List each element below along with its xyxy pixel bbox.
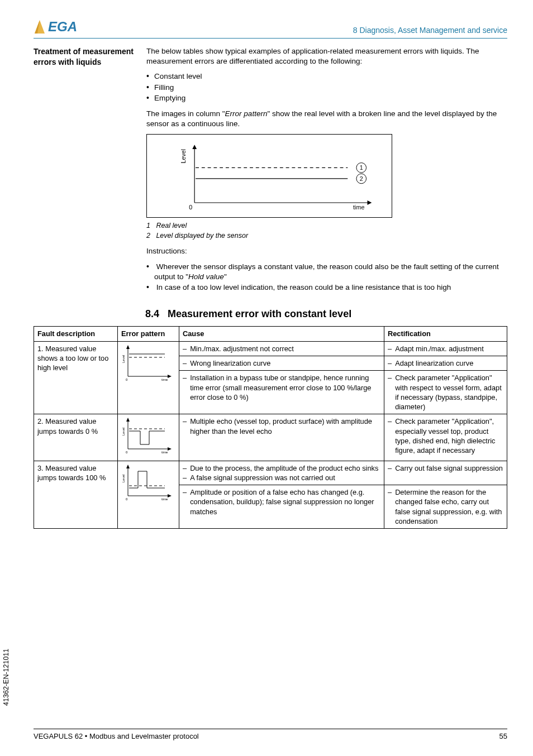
svg-marker-19 [126,345,130,349]
rect-text: Check parameter "Application" with respe… [395,373,503,412]
cause-cell: –Amplitude or position of a false echo h… [179,485,384,529]
cause-text: A false signal suppression was not carri… [190,473,335,482]
svg-marker-37 [168,494,172,497]
cause-cell: –Wrong linearization curve [179,356,384,370]
svg-text:time: time [161,378,168,381]
col-header-cause: Cause [179,327,384,341]
svg-text:Level: Level [122,428,125,436]
error-pattern-cell: Level 0 time [118,341,179,414]
svg-marker-5 [192,145,197,149]
list-item: Emptying [154,93,507,103]
pattern-spike-icon: Level 0 time [121,463,174,503]
section-heading: 8.4 Measurement error with constant leve… [145,307,507,320]
footer-page-number: 55 [499,731,507,741]
doc-code-vertical: 41362-EN-121011 [2,649,11,706]
italic-term: Error pattern [225,109,268,118]
list-item: Wherever the sensor displays a constant … [154,261,507,282]
side-heading: Treatment of measurement errors with liq… [34,46,140,68]
fault-table: Fault description Error pattern Cause Re… [34,326,507,529]
intro-bullet-list: Constant level Filling Emptying [146,71,507,103]
section-title: Measurement error with constant level [168,308,351,319]
rect-cell: –Determine the reason for the changed fa… [384,485,507,529]
rect-cell: –Adapt linearization curve [384,356,507,370]
italic-term: Hold value [188,272,224,281]
cause-text: Amplitude or position of a false echo ha… [190,487,380,516]
svg-text:0: 0 [126,451,128,454]
header-rule [34,38,507,39]
table-row: 3. Measured value jumps towards 100 % Le… [34,461,507,485]
rect-cell: –Carry out false signal suppression [384,461,507,485]
svg-text:0: 0 [189,203,192,210]
svg-text:time: time [161,451,168,454]
section-number: 8.4 [145,308,159,319]
col-header-pattern: Error pattern [118,327,179,341]
page-footer: VEGAPULS 62 • Modbus and Levelmaster pro… [34,729,507,741]
caption-text: Level displayed by the sensor [156,232,248,240]
svg-text:time: time [353,203,364,210]
chart-caption-2: 2 Level displayed by the sensor [146,231,507,241]
error-pattern-cell: Level 0 time [118,414,179,461]
list-item: Filling [154,82,507,93]
cause-text: Min./max. adjustment not correct [190,344,294,353]
cause-cell: –Installation in a bypass tube or standp… [179,371,384,414]
svg-text:EGA: EGA [48,19,77,34]
cause-text: Due to the process, the amplitude of the… [190,463,378,473]
cause-text: Wrong linearization curve [190,358,270,368]
pattern-flat-icon: Level 0 time [121,344,174,383]
col-header-rect: Rectification [384,327,507,341]
rect-cell: –Check parameter "Application", especial… [384,414,507,461]
fault-desc: 2. Measured value jumps towards 0 % [34,414,118,461]
list-item: Constant level [154,71,507,82]
fault-desc: 1. Measured value shows a too low or too… [34,341,118,414]
rect-text: Adapt linearization curve [395,358,473,368]
table-row: 1. Measured value shows a too low or too… [34,341,507,356]
chart-caption-1: 1 Real level [146,221,507,231]
svg-marker-28 [126,418,130,422]
list-item: In case of a too low level indication, t… [154,282,507,293]
rect-text: Adapt min./max. adjustment [395,344,484,353]
cause-cell: –Due to the process, the amplitude of th… [179,461,384,485]
level-time-chart: Level 0 time 1 2 [146,134,392,218]
svg-text:0: 0 [126,378,128,381]
instructions-label: Instructions: [146,246,507,256]
intro-paragraph: The below tables show typical examples o… [146,46,507,66]
col-header-desc: Fault description [34,327,118,341]
rect-cell: –Adapt min./max. adjustment [384,341,507,356]
svg-text:1: 1 [360,164,363,171]
error-pattern-paragraph: The images in column "Error pattern" sho… [146,109,507,129]
rect-text: Check parameter "Application", especiall… [395,417,503,455]
svg-text:Level: Level [122,355,125,362]
table-row: 2. Measured value jumps towards 0 % Leve… [34,414,507,461]
rect-text: Determine the reason for the changed fal… [395,487,503,526]
caption-num: 2 [146,232,150,240]
cause-cell: –Min./max. adjustment not correct [179,341,384,356]
cause-text: Multiple echo (vessel top, product surfa… [190,417,380,436]
footer-product: VEGAPULS 62 • Modbus and Levelmaster pro… [34,731,199,741]
svg-text:Level: Level [122,474,125,482]
text: In case of a too low level indication, t… [156,283,451,291]
svg-text:Level: Level [180,149,187,163]
text: " [224,272,227,281]
svg-text:2: 2 [360,175,363,181]
svg-text:time: time [161,497,168,501]
cause-text: Installation in a bypass tube or standpi… [190,373,380,402]
caption-text: Real level [156,222,187,229]
svg-marker-36 [126,465,130,468]
vega-logo: EGA [34,17,95,36]
chapter-title: 8 Diagnosis, Asset Management and servic… [353,25,507,36]
caption-num: 1 [146,222,150,229]
instructions-list: Wherever the sensor displays a constant … [146,261,507,293]
cause-cell: –Multiple echo (vessel top, product surf… [179,414,384,461]
error-pattern-cell: Level 0 time [118,461,179,529]
svg-marker-29 [168,447,172,451]
svg-marker-7 [368,200,372,205]
svg-text:0: 0 [126,497,128,501]
rect-text: Carry out false signal suppression [395,463,503,473]
svg-marker-20 [168,375,172,378]
rect-cell: –Check parameter "Application" with resp… [384,371,507,414]
text: The images in column " [146,109,225,118]
pattern-dip-icon: Level 0 time [121,417,174,456]
fault-desc: 3. Measured value jumps towards 100 % [34,461,118,529]
